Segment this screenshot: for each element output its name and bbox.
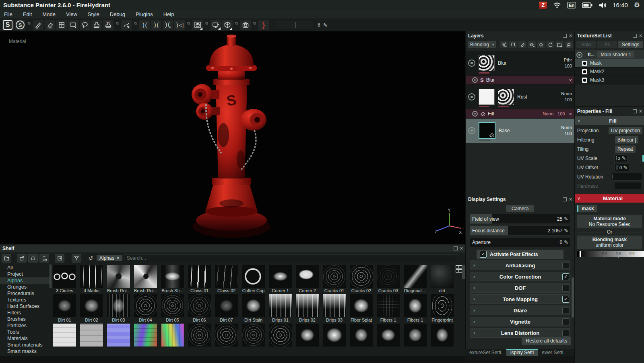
effect-graph-icon[interactable] — [500, 41, 508, 48]
expand-chevron-icon[interactable]: › — [470, 285, 478, 291]
paren-x-icon[interactable]: ) (x — [163, 20, 173, 30]
import-icon[interactable] — [17, 254, 27, 263]
effect-checkbox[interactable] — [562, 318, 569, 325]
layer-visibility-toggle[interactable] — [468, 93, 475, 100]
paren-pair-1-icon[interactable]: ) ( — [139, 20, 150, 30]
shelf-thumbnail[interactable] — [431, 265, 454, 288]
category-materials[interactable]: Materials — [0, 335, 52, 342]
substance-circle-icon[interactable]: S — [15, 20, 25, 30]
shelf-thumbnail[interactable] — [242, 294, 265, 317]
lasso-icon[interactable] — [80, 20, 90, 30]
mask-icon[interactable] — [582, 78, 587, 83]
viewport-3d[interactable]: Material — [0, 31, 465, 244]
shelf-thumbnail[interactable] — [107, 294, 130, 317]
scrollbar[interactable] — [572, 277, 574, 318]
mini-export-icon[interactable]: ⧉ — [27, 21, 32, 26]
add-fill-icon[interactable] — [537, 41, 545, 48]
menu-view[interactable]: View — [66, 11, 77, 17]
category-smart-masks[interactable]: Smart masks — [0, 348, 52, 355]
battery-icon[interactable] — [582, 2, 592, 8]
shelf-thumbnail[interactable] — [377, 324, 400, 347]
display-mode-icon[interactable] — [211, 20, 221, 30]
folder-icon[interactable] — [2, 254, 11, 263]
shelf-thumbnail[interactable] — [80, 294, 103, 317]
reload-icon[interactable] — [546, 41, 554, 48]
mask-icon[interactable] — [582, 69, 587, 74]
search-input[interactable]: Search... — [124, 254, 458, 262]
expand-chevron-icon[interactable]: › — [470, 319, 478, 324]
shelf-thumbnail[interactable] — [269, 324, 292, 347]
layer-row-base[interactable]: Base Norm 100 — [466, 119, 574, 143]
effect-glare[interactable]: ›Glare — [470, 306, 570, 315]
shelf-thumbnail[interactable] — [350, 265, 373, 288]
edit-pencil-icon[interactable]: ✎ — [564, 239, 568, 245]
dock-icon[interactable] — [633, 34, 637, 38]
shelf-thumbnail[interactable] — [431, 324, 454, 347]
category-particles[interactable]: Particles — [0, 322, 52, 329]
shelf-thumbnail[interactable] — [161, 294, 184, 317]
paren-speaker-icon[interactable]: ) ◁ — [174, 20, 185, 30]
mini-export-icon[interactable]: ⧉ — [234, 21, 239, 26]
shelf-thumbnail[interactable] — [188, 324, 211, 347]
keyboard-layout-indicator[interactable]: En — [567, 2, 576, 8]
volume-icon[interactable] — [599, 2, 607, 8]
blending-mask-box[interactable]: Blending mask uniform color — [577, 236, 642, 249]
mini-export-icon[interactable]: ⧉ — [252, 21, 257, 26]
close-icon[interactable]: × — [569, 198, 572, 201]
category-all[interactable]: All — [0, 265, 52, 271]
activate-post-effects[interactable]: ✓ Activate Post Effects — [477, 250, 564, 259]
add-layers-icon[interactable] — [528, 41, 536, 48]
category-grunges[interactable]: Grunges — [0, 284, 52, 290]
effect-checkbox[interactable]: ✓ — [562, 273, 569, 280]
projection-icon[interactable] — [56, 20, 67, 30]
shelf-thumbnail[interactable] — [404, 265, 427, 288]
shelf-thumbnail[interactable] — [323, 324, 346, 347]
menu-edit[interactable]: Edit — [23, 11, 32, 17]
paint-icon[interactable] — [518, 41, 526, 48]
effect-dof[interactable]: ›DOF — [470, 283, 570, 293]
menu-debug[interactable]: Debug — [110, 11, 125, 17]
layer-opacity[interactable]: 100 — [565, 131, 572, 136]
effect-visibility-toggle[interactable] — [472, 111, 478, 117]
focus-distance-field[interactable]: Focus distance2.1057✎ — [470, 226, 570, 236]
effect-opacity[interactable]: 100 — [557, 111, 565, 116]
clone-stamp-icon[interactable] — [103, 20, 114, 30]
all-button[interactable]: All — [597, 41, 617, 48]
substance-logo-icon[interactable]: S — [2, 20, 14, 30]
menu-mode[interactable]: Mode — [42, 11, 56, 17]
mini-export-icon[interactable]: ⧉ — [186, 21, 191, 26]
effect-row-fill[interactable]: Fill Norm 100 × — [466, 109, 574, 119]
tab-2[interactable]: ewer Setti. — [538, 349, 569, 356]
shelf-thumbnail[interactable] — [296, 265, 319, 288]
dock-icon[interactable] — [563, 197, 567, 201]
mini-export-icon[interactable]: ⧉ — [115, 21, 120, 26]
shelf-thumbnail[interactable] — [350, 294, 373, 317]
dock-icon[interactable] — [563, 34, 567, 38]
shelf-thumbnail[interactable] — [161, 265, 184, 288]
export-list-icon[interactable] — [39, 254, 49, 263]
post-effects-checkbox[interactable]: ✓ — [480, 251, 487, 258]
layer-row-blur[interactable]: Blur Pthr 100 — [466, 51, 574, 76]
layer-thumbnail[interactable] — [479, 55, 495, 71]
shelf-thumbnail[interactable] — [269, 265, 292, 288]
uv-offset-slider[interactable]: 0 ✎ — [614, 164, 629, 171]
shelf-thumbnail[interactable] — [134, 324, 157, 347]
add-resource-icon[interactable] — [28, 254, 38, 263]
remove-filter-icon[interactable]: × — [117, 255, 120, 261]
menu-plugins[interactable]: Plugins — [136, 11, 153, 17]
shelf-thumbnail[interactable] — [269, 294, 292, 317]
edit-pencil-icon[interactable]: ✎ — [323, 22, 328, 28]
shelf-thumbnail[interactable] — [404, 324, 427, 347]
close-icon[interactable]: × — [639, 110, 642, 113]
remove-effect-button[interactable]: × — [569, 77, 572, 83]
shelf-thumbnail[interactable] — [242, 324, 265, 347]
shelf-thumbnail[interactable] — [350, 324, 373, 347]
material-section-header[interactable]: ∨ Material — [575, 194, 644, 203]
tab-1[interactable]: isplay Setti — [506, 349, 538, 356]
layer-blend-mode[interactable]: Pthr — [564, 57, 572, 62]
shelf-thumbnail[interactable] — [188, 265, 211, 288]
brush-size-slider[interactable] — [276, 21, 313, 29]
expand-chevron-icon[interactable]: › — [470, 330, 478, 336]
mask-row-mask[interactable]: Mask — [575, 59, 644, 68]
fire-hydrant-model[interactable]: S — [181, 35, 282, 244]
